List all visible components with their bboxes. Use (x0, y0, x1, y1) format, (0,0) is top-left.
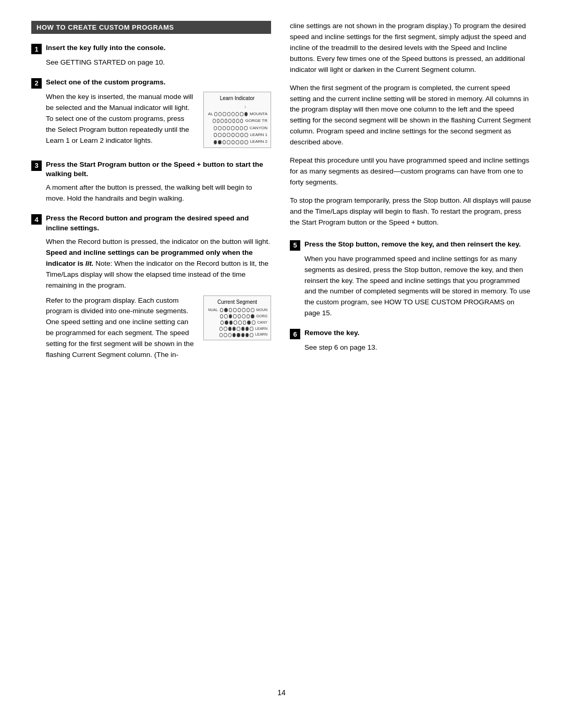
step-5: 5 Press the Stop button, remove the key,… (290, 240, 532, 319)
sdot-0-5 (242, 308, 245, 312)
seg-row-1: GORG (207, 314, 267, 319)
dot-2-0 (214, 126, 217, 130)
step-5-header: 5 Press the Stop button, remove the key,… (290, 240, 532, 251)
learn-indicator-label: Learn Indicator (207, 94, 267, 103)
seg-row-4: LEARN (207, 332, 267, 338)
dot-1-5 (232, 119, 236, 123)
dot-4-6 (240, 140, 243, 144)
step-2-text-col: When the key is inserted, the manual mod… (46, 92, 195, 151)
step-1-number: 1 (31, 44, 42, 54)
current-segment-figure: Current Segment NUAL (203, 295, 271, 341)
step-3-header: 3 Press the Start Program button or the … (31, 160, 271, 180)
sdot-2-4 (238, 320, 242, 325)
seg-right-3: LEARN (255, 326, 267, 332)
page: HOW TO CREATE CUSTOM PROGRAMS 1 Insert t… (0, 0, 563, 728)
step-4-number: 4 (31, 214, 42, 225)
sdot-3-7 (250, 327, 253, 331)
dot-1-7 (240, 119, 243, 123)
sdot-4-5 (241, 333, 244, 337)
learn-indicator-diagram: Learn Indicator ↓ AL (203, 92, 271, 148)
dot-3-7 (244, 133, 248, 137)
step-3-number: 3 (31, 161, 42, 171)
step-6-text: See step 6 on page 13. (304, 342, 532, 353)
dot-1-6 (236, 119, 239, 123)
sdot-4-6 (246, 333, 249, 337)
sdot-3-6 (246, 327, 249, 331)
sdot-2-3 (234, 320, 237, 325)
sdot-1-0 (220, 314, 223, 318)
dot-2-1 (218, 126, 221, 130)
dot-2-7 (244, 126, 247, 130)
seg-left-0: NUAL (207, 307, 218, 313)
indicator-grid: AL MOUNTA (207, 111, 267, 145)
step-5-title: Press the Stop button, remove the key, a… (304, 240, 521, 250)
step-2: 2 Select one of the custom programs. Whe… (31, 78, 271, 151)
seg-row-2: CANY (207, 320, 267, 326)
sdot-3-4 (237, 327, 240, 331)
step-1-body: See GETTING STARTED on page 10. (46, 57, 271, 68)
right-para3: Repeat this procedure until you have pro… (290, 155, 532, 188)
dot-1-2 (221, 119, 224, 123)
sdot-2-6 (247, 320, 251, 325)
step-3-text: A moment after the button is pressed, th… (46, 182, 271, 204)
seg-right-1: GORG (256, 314, 267, 319)
sdot-2-0 (221, 320, 224, 325)
right-label-3: LEARN 1 (250, 132, 267, 138)
step-1-header: 1 Insert the key fully into the console. (31, 43, 271, 54)
dot-4-0 (214, 140, 217, 144)
sdot-1-7 (251, 314, 254, 318)
indicator-row-0: AL MOUNTA (207, 111, 267, 117)
right-label-0: MOUNTA (250, 111, 267, 117)
indicator-row-4: LEARN 2 (207, 139, 267, 145)
right-para4: To stop the program temporarily, press t… (290, 195, 532, 228)
step-3-body: A moment after the button is pressed, th… (46, 182, 271, 204)
sdot-4-2 (228, 333, 231, 337)
dot-4-4 (231, 140, 235, 144)
right-label-4: LEARN 2 (250, 139, 267, 145)
sdot-3-3 (232, 327, 236, 331)
step-2-body: When the key is inserted, the manual mod… (46, 92, 271, 151)
seg-right-2: CANY (258, 320, 267, 326)
step-4-body: When the Record button is pressed, the i… (46, 237, 271, 365)
arrow-indicator: ↓ (207, 104, 267, 110)
sdot-0-0 (220, 308, 223, 312)
dot-0-0 (214, 112, 217, 116)
dot-3-3 (227, 133, 230, 137)
sdot-2-1 (225, 320, 228, 325)
dot-0-2 (223, 112, 226, 116)
sdot-1-2 (229, 314, 232, 318)
dot-4-7 (244, 140, 248, 144)
dot-0-7 (244, 112, 248, 116)
sdot-0-4 (238, 308, 241, 312)
step-2-title: Select one of the custom programs. (46, 78, 166, 88)
sdot-2-5 (243, 320, 247, 325)
dot-1-0 (213, 119, 216, 123)
step-6-number: 6 (290, 329, 300, 339)
indicator-row-2: CANYON (207, 125, 267, 131)
indicator-row-1: GORGE TR (207, 118, 267, 124)
step-4-figure-row: Refer to the program display. Each custo… (46, 295, 271, 365)
step-2-figure-row: When the key is inserted, the manual mod… (46, 92, 271, 151)
right-column: cline settings are not shown in the prog… (290, 21, 532, 676)
step-5-text: When you have programmed speed and incli… (304, 254, 532, 319)
step-5-body: When you have programmed speed and incli… (304, 254, 532, 319)
seg-row-0: NUAL MOUN (207, 307, 267, 313)
dot-0-5 (236, 112, 239, 116)
dot-3-1 (218, 133, 221, 137)
sdot-4-4 (237, 333, 240, 337)
dot-2-4 (231, 126, 234, 130)
sdot-0-6 (247, 308, 250, 312)
right-label-1: GORGE TR (245, 118, 267, 124)
dot-0-4 (231, 112, 235, 116)
step-3: 3 Press the Start Program button or the … (31, 160, 271, 205)
step-1-text: See GETTING STARTED on page 10. (46, 57, 271, 68)
current-segment-diagram: Current Segment NUAL (203, 295, 271, 341)
dot-4-3 (227, 140, 230, 144)
sdot-4-3 (232, 333, 236, 337)
right-label-2: CANYON (250, 125, 267, 131)
sdot-0-2 (229, 308, 232, 312)
dot-0-6 (240, 112, 243, 116)
dot-0-3 (227, 112, 230, 116)
dot-2-5 (236, 126, 239, 130)
step-1-title: Insert the key fully into the console. (46, 43, 166, 53)
